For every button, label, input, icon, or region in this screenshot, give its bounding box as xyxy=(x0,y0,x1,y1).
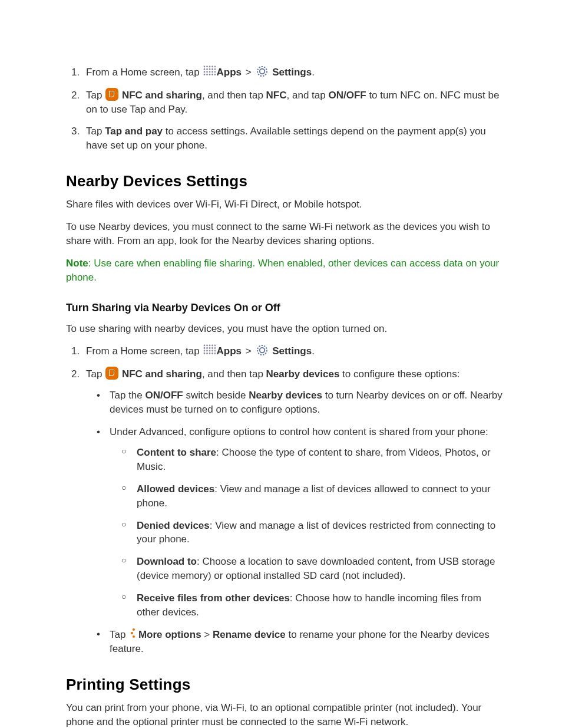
svg-point-30 xyxy=(212,347,214,349)
svg-point-37 xyxy=(204,353,206,354)
text: , and then tap xyxy=(202,90,266,101)
advanced-options-list: Content to share: Choose the type of con… xyxy=(110,446,503,619)
nearby-devices-label: Nearby devices xyxy=(249,390,322,401)
svg-point-41 xyxy=(214,353,216,354)
svg-point-38 xyxy=(207,353,209,354)
svg-point-21 xyxy=(260,69,265,74)
svg-point-7 xyxy=(209,68,211,70)
nearby-devices-label: Nearby devices xyxy=(266,368,340,380)
more-options-icon xyxy=(129,627,135,639)
apps-icon xyxy=(203,65,216,78)
svg-point-32 xyxy=(204,350,206,352)
heading-turn-sharing: Turn Sharing via Nearby Devices On or Of… xyxy=(66,301,503,315)
svg-point-27 xyxy=(204,347,206,349)
nfc-icon xyxy=(105,367,118,380)
list-item: Tap the ON/OFF switch beside Nearby devi… xyxy=(103,388,503,417)
list-item: Content to share: Choose the type of con… xyxy=(130,446,503,474)
apps-icon xyxy=(203,344,216,357)
list-item: Under Advanced, configure options to con… xyxy=(103,425,503,620)
para: To use sharing with nearby devices, you … xyxy=(66,322,503,336)
text: > xyxy=(201,629,213,640)
svg-point-25 xyxy=(212,345,214,347)
content-to-share-label: Content to share xyxy=(137,447,216,458)
svg-point-6 xyxy=(207,68,209,70)
svg-point-2 xyxy=(209,66,211,68)
steps-tap-and-pay: From a Home screen, tap Apps > xyxy=(66,65,503,153)
svg-point-10 xyxy=(204,71,206,73)
svg-point-17 xyxy=(209,74,211,75)
nfc-icon xyxy=(105,88,118,101)
svg-point-11 xyxy=(207,71,209,73)
text: From a Home screen, tap xyxy=(86,345,200,357)
text: Tap xyxy=(86,126,105,137)
rename-device-label: Rename device xyxy=(213,629,286,640)
tap-and-pay-label: Tap and pay xyxy=(105,126,163,137)
steps-nearby: From a Home screen, tap Apps > xyxy=(66,344,503,656)
svg-point-14 xyxy=(214,71,216,73)
download-to-label: Download to xyxy=(137,556,197,567)
list-item: From a Home screen, tap Apps > xyxy=(82,344,503,358)
onoff-label: ON/OFF xyxy=(146,390,183,401)
onoff-label: ON/OFF xyxy=(328,90,366,101)
options-list: Tap the ON/OFF switch beside Nearby devi… xyxy=(86,388,503,656)
svg-point-36 xyxy=(214,350,216,352)
note-label: Note xyxy=(66,258,88,269)
svg-point-43 xyxy=(260,348,265,353)
svg-point-5 xyxy=(204,68,206,70)
svg-point-20 xyxy=(257,67,267,76)
para: You can print from your phone, via Wi-Fi… xyxy=(66,701,503,728)
list-item: Allowed devices: View and manage a list … xyxy=(130,482,503,510)
apps-label: Apps xyxy=(216,345,242,357)
svg-point-13 xyxy=(212,71,214,73)
settings-icon xyxy=(256,344,269,357)
svg-point-8 xyxy=(212,68,214,70)
svg-point-4 xyxy=(214,66,216,68)
svg-point-3 xyxy=(212,66,214,68)
allowed-devices-label: Allowed devices xyxy=(137,483,214,495)
text: Under Advanced, configure options to con… xyxy=(110,426,488,437)
svg-point-23 xyxy=(207,345,209,347)
svg-point-16 xyxy=(207,74,209,75)
breadcrumb-separator: > xyxy=(246,67,252,78)
nfc-and-sharing: NFC and sharing xyxy=(122,90,202,101)
list-item: Tap NFC and sharing, and then tap Nearby… xyxy=(82,367,503,656)
breadcrumb-separator: > xyxy=(246,345,252,357)
para: Share files with devices over Wi-Fi, Wi-… xyxy=(66,197,503,212)
apps-label: Apps xyxy=(216,67,242,78)
svg-point-33 xyxy=(207,350,209,352)
heading-printing: Printing Settings xyxy=(66,674,503,695)
list-item: Tap NFC and sharing, and then tap NFC, a… xyxy=(82,88,503,117)
note: Note: Use care when enabling file sharin… xyxy=(66,256,503,285)
svg-point-34 xyxy=(209,350,211,352)
settings-label: Settings xyxy=(272,67,312,78)
text: , and then tap xyxy=(202,368,266,380)
text: switch beside xyxy=(183,390,249,401)
settings-label: Settings xyxy=(272,345,312,357)
text: to configure these options: xyxy=(339,368,459,380)
more-options-label: More options xyxy=(138,629,201,640)
svg-point-39 xyxy=(209,353,211,354)
svg-point-1 xyxy=(207,66,209,68)
document-page: From a Home screen, tap Apps > xyxy=(0,0,562,728)
svg-point-28 xyxy=(207,347,209,349)
svg-point-18 xyxy=(212,74,214,75)
heading-nearby-devices: Nearby Devices Settings xyxy=(66,170,503,192)
list-item: Tap Tap and pay to access settings. Avai… xyxy=(82,124,503,153)
nfc-label: NFC xyxy=(266,90,287,101)
svg-point-15 xyxy=(204,74,206,75)
list-item: From a Home screen, tap Apps > xyxy=(82,65,503,80)
text: . xyxy=(312,67,315,78)
list-item: Tap More options > Rename device to rena… xyxy=(103,627,503,656)
svg-point-35 xyxy=(212,350,214,352)
list-item: Download to: Choose a location to save d… xyxy=(130,555,503,583)
svg-point-40 xyxy=(212,353,214,354)
para: To use Nearby devices, you must connect … xyxy=(66,220,503,248)
svg-point-12 xyxy=(209,71,211,73)
settings-icon xyxy=(256,65,269,78)
text: From a Home screen, tap xyxy=(86,67,200,78)
svg-point-9 xyxy=(214,68,216,70)
svg-point-22 xyxy=(204,345,206,347)
denied-devices-label: Denied devices xyxy=(137,520,210,531)
text: Tap xyxy=(86,368,105,380)
text: . xyxy=(312,345,315,357)
